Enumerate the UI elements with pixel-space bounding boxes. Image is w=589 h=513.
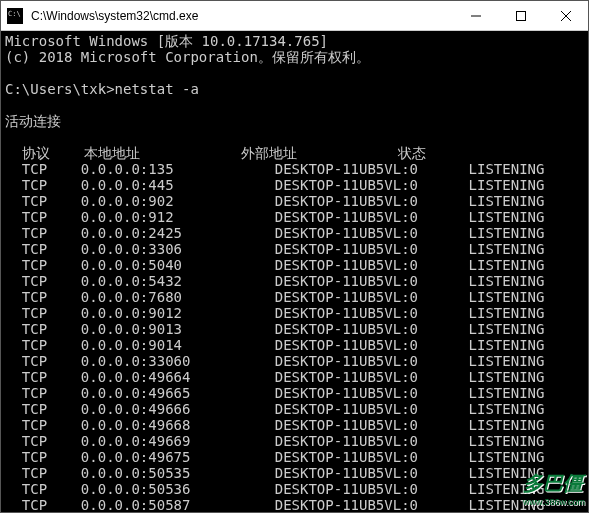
- maximize-button[interactable]: [498, 1, 543, 30]
- cmd-window: C:\Windows\system32\cmd.exe Microsoft Wi…: [0, 0, 589, 513]
- cmd-icon: [7, 8, 23, 24]
- watermark: 多巴僵 www.386w.com: [523, 470, 585, 507]
- maximize-icon: [516, 11, 526, 21]
- watermark-sub: www.386w.com: [523, 497, 585, 507]
- terminal-output[interactable]: Microsoft Windows [版本 10.0.17134.765] (c…: [1, 31, 588, 512]
- titlebar[interactable]: C:\Windows\system32\cmd.exe: [1, 1, 588, 31]
- minimize-icon: [471, 11, 481, 21]
- minimize-button[interactable]: [453, 1, 498, 30]
- watermark-text: 多巴僵: [523, 472, 583, 494]
- svg-rect-1: [516, 11, 525, 20]
- window-controls: [453, 1, 588, 30]
- close-icon: [561, 11, 571, 21]
- close-button[interactable]: [543, 1, 588, 30]
- window-title: C:\Windows\system32\cmd.exe: [29, 9, 453, 23]
